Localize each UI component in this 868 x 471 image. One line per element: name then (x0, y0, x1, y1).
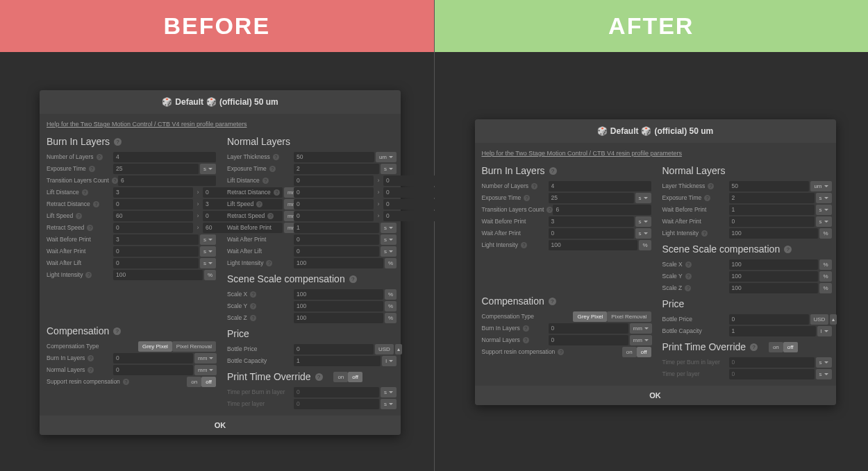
help-icon[interactable]: ? (685, 262, 692, 268)
help-icon[interactable]: ? (523, 337, 529, 343)
retract-dist1-input[interactable] (294, 187, 374, 198)
scale-z-input[interactable] (729, 283, 819, 293)
time-layer-input[interactable] (294, 399, 379, 409)
wait-after-lift-input[interactable] (113, 258, 199, 268)
time-layer-input[interactable] (729, 369, 815, 379)
unit-select[interactable]: s (381, 223, 397, 233)
wait-before-input[interactable] (549, 216, 634, 227)
time-burn-input[interactable] (729, 357, 815, 368)
bottle-price-input[interactable] (729, 314, 809, 325)
scale-x-input[interactable] (729, 259, 819, 270)
unit-select[interactable]: s (200, 258, 216, 268)
pto-toggle[interactable]: onoff (333, 372, 362, 382)
help-icon[interactable]: ? (701, 230, 708, 237)
help-icon[interactable]: ? (523, 325, 529, 332)
layer-thick-input[interactable] (294, 152, 374, 162)
light-int-input[interactable] (113, 270, 203, 280)
help-icon[interactable]: ? (250, 291, 256, 298)
ok-button[interactable]: OK (40, 416, 401, 435)
wait-after-print-input[interactable] (729, 216, 815, 227)
comp-burnin-input[interactable] (113, 353, 193, 363)
unit-select[interactable]: s (816, 369, 832, 379)
help-icon[interactable]: ? (521, 242, 527, 248)
unit-select[interactable]: s (200, 164, 216, 174)
trans-layers-input[interactable] (553, 205, 651, 215)
wait-before-input[interactable] (729, 205, 815, 215)
bottle-cap-input[interactable] (294, 356, 381, 366)
help-icon[interactable]: ? (524, 195, 530, 201)
help-icon[interactable]: ? (87, 367, 94, 373)
comp-normal-input[interactable] (113, 365, 193, 375)
help-icon[interactable]: ? (546, 207, 553, 213)
bottle-cap-input[interactable] (729, 326, 816, 336)
unit-select[interactable]: s (381, 234, 397, 245)
trans-layers-input[interactable] (118, 175, 216, 186)
unit-select[interactable]: l (382, 356, 397, 366)
support-comp-toggle[interactable]: onoff (622, 347, 651, 357)
unit-select[interactable]: s (200, 234, 216, 245)
comp-type-toggle[interactable]: Grey PixelPixel Removal (138, 341, 216, 352)
wait-after-print-input[interactable] (549, 228, 634, 239)
help-icon[interactable]: ? (750, 343, 758, 351)
bottle-price-input[interactable] (294, 344, 374, 354)
wait-before-input[interactable] (113, 234, 199, 245)
time-burn-input[interactable] (294, 387, 379, 397)
unit-select[interactable]: s (381, 246, 397, 257)
lift-dist1-input[interactable] (294, 175, 374, 186)
help-icon[interactable]: ? (112, 178, 118, 184)
unit-select[interactable]: um (810, 181, 831, 191)
unit-select[interactable]: s (816, 205, 832, 215)
wait-after-print-input[interactable] (113, 246, 199, 257)
help-icon[interactable]: ? (250, 303, 256, 309)
help-icon[interactable]: ? (558, 349, 564, 355)
help-icon[interactable]: ? (315, 373, 323, 381)
help-icon[interactable]: ? (89, 166, 95, 172)
exposure-input[interactable] (113, 164, 199, 174)
help-icon[interactable]: ? (274, 189, 280, 196)
help-icon[interactable]: ? (708, 183, 714, 189)
help-icon[interactable]: ? (97, 154, 103, 160)
pto-toggle[interactable]: onoff (769, 342, 798, 352)
wait-before-input[interactable] (294, 223, 379, 233)
lift-speed1-input[interactable] (294, 199, 374, 209)
help-link[interactable]: Help for the Two Stage Motion Control / … (40, 114, 247, 132)
help-icon[interactable]: ? (531, 183, 537, 189)
help-icon[interactable]: ? (82, 189, 88, 196)
num-layers-input[interactable] (113, 152, 216, 162)
help-icon[interactable]: ? (93, 201, 99, 207)
unit-select[interactable]: s (816, 357, 832, 368)
unit-select[interactable]: s (200, 246, 216, 257)
unit-select[interactable]: s (816, 193, 832, 203)
help-icon[interactable]: ? (123, 379, 129, 385)
layer-thick-input[interactable] (729, 181, 810, 191)
unit-select[interactable]: l (817, 326, 832, 336)
exposure-input[interactable] (294, 164, 379, 174)
light-int-input[interactable] (729, 228, 819, 239)
unit-select[interactable]: s (816, 216, 832, 227)
lift-speed1-input[interactable] (113, 211, 193, 221)
stepper-icon[interactable]: ▴ (395, 344, 402, 354)
unit-select[interactable]: s (381, 387, 397, 397)
lift-dist1-input[interactable] (113, 187, 193, 198)
help-icon[interactable]: ? (349, 275, 357, 283)
scale-z-input[interactable] (294, 313, 383, 323)
help-icon[interactable]: ? (256, 201, 262, 207)
scale-y-input[interactable] (729, 271, 819, 282)
help-icon[interactable]: ? (685, 285, 691, 291)
unit-select[interactable]: s (635, 228, 651, 239)
exposure-input[interactable] (549, 193, 634, 203)
retract-speed1-input[interactable] (113, 223, 193, 233)
retract-dist1-input[interactable] (113, 199, 193, 209)
unit-select[interactable]: mm (194, 365, 217, 375)
comp-type-toggle[interactable]: Grey PixelPixel Removal (573, 311, 651, 322)
help-icon[interactable]: ? (704, 195, 710, 201)
unit-select[interactable]: s (635, 193, 651, 203)
help-link[interactable]: Help for the Two Stage Motion Control / … (475, 143, 682, 161)
help-icon[interactable]: ? (273, 154, 279, 160)
stepper-icon[interactable]: ▴ (830, 314, 837, 325)
help-icon[interactable]: ? (85, 272, 92, 278)
help-icon[interactable]: ? (267, 213, 274, 219)
light-int-input[interactable] (294, 258, 383, 268)
unit-select[interactable]: mm (630, 335, 652, 345)
help-icon[interactable]: ? (76, 213, 82, 219)
